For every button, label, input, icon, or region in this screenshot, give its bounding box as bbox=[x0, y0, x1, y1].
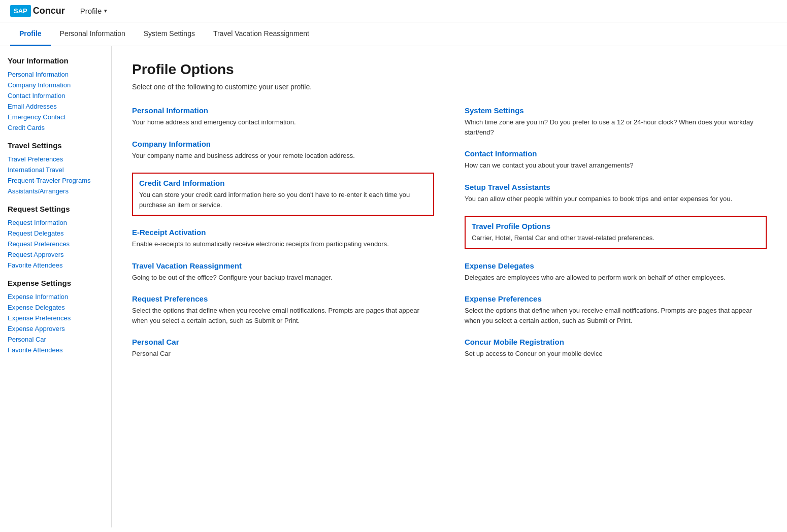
tab-system-settings[interactable]: System Settings bbox=[135, 22, 204, 46]
sidebar-link-assistants-arrangers[interactable]: Assistants/Arrangers bbox=[8, 186, 104, 196]
sidebar-section-your-information: Your Information bbox=[8, 56, 104, 65]
nav-tabs: Profile Personal Information System Sett… bbox=[0, 22, 787, 46]
sidebar-link-frequent-traveler-programs[interactable]: Frequent-Traveler Programs bbox=[8, 175, 104, 186]
option-personal-information: Personal Information Your home address a… bbox=[132, 106, 434, 127]
option-title-setup-travel-assistants[interactable]: Setup Travel Assistants bbox=[465, 183, 767, 191]
option-title-system-settings[interactable]: System Settings bbox=[465, 106, 767, 115]
option-desc-expense-preferences: Select the options that define when you … bbox=[465, 306, 767, 325]
sidebar-section-request-settings: Request Settings bbox=[8, 205, 104, 213]
option-title-personal-information[interactable]: Personal Information bbox=[132, 106, 434, 115]
logo-area: SAP Concur bbox=[10, 5, 65, 17]
sidebar-link-request-delegates[interactable]: Request Delegates bbox=[8, 228, 104, 239]
sidebar-link-favorite-attendees-expense[interactable]: Favorite Attendees bbox=[8, 345, 104, 355]
sidebar-link-emergency-contact[interactable]: Emergency Contact bbox=[8, 112, 104, 122]
profile-menu-label: Profile bbox=[80, 7, 102, 15]
sidebar-link-expense-information[interactable]: Expense Information bbox=[8, 291, 104, 302]
option-desc-setup-travel-assistants: You can allow other people within your c… bbox=[465, 194, 767, 204]
option-title-request-preferences[interactable]: Request Preferences bbox=[132, 294, 434, 303]
sidebar-section-expense-settings: Expense Settings bbox=[8, 279, 104, 287]
option-personal-car: Personal Car Personal Car bbox=[132, 338, 434, 359]
option-desc-personal-information: Your home address and emergency contact … bbox=[132, 117, 434, 127]
option-title-company-information[interactable]: Company Information bbox=[132, 140, 434, 148]
option-title-credit-card-information[interactable]: Credit Card Information bbox=[139, 179, 427, 187]
option-desc-concur-mobile-registration: Set up access to Concur on your mobile d… bbox=[465, 349, 767, 359]
content-area: Profile Options Select one of the follow… bbox=[112, 46, 787, 527]
option-title-expense-preferences[interactable]: Expense Preferences bbox=[465, 294, 767, 303]
option-desc-e-receipt-activation: Enable e-receipts to automatically recei… bbox=[132, 239, 434, 249]
sidebar-link-international-travel[interactable]: International Travel bbox=[8, 164, 104, 175]
sap-logo: SAP bbox=[10, 5, 31, 17]
top-header: SAP Concur Profile ▾ bbox=[0, 0, 787, 22]
concur-text: Concur bbox=[33, 6, 65, 16]
sidebar-link-expense-approvers[interactable]: Expense Approvers bbox=[8, 323, 104, 334]
option-e-receipt-activation: E-Receipt Activation Enable e-receipts t… bbox=[132, 228, 434, 249]
option-concur-mobile-registration: Concur Mobile Registration Set up access… bbox=[465, 338, 767, 359]
tab-personal-information[interactable]: Personal Information bbox=[51, 22, 135, 46]
option-desc-request-preferences: Select the options that define when you … bbox=[132, 306, 434, 325]
option-title-personal-car[interactable]: Personal Car bbox=[132, 338, 434, 346]
option-desc-credit-card-information: You can store your credit card informati… bbox=[139, 190, 427, 210]
option-credit-card-information: Credit Card Information You can store yo… bbox=[132, 173, 434, 216]
sidebar-link-expense-preferences[interactable]: Expense Preferences bbox=[8, 313, 104, 323]
sidebar-link-credit-cards[interactable]: Credit Cards bbox=[8, 122, 104, 133]
option-title-contact-information[interactable]: Contact Information bbox=[465, 149, 767, 158]
profile-menu[interactable]: Profile ▾ bbox=[80, 7, 108, 15]
option-travel-profile-options: Travel Profile Options Carrier, Hotel, R… bbox=[465, 216, 767, 249]
option-title-expense-delegates[interactable]: Expense Delegates bbox=[465, 261, 767, 270]
option-desc-personal-car: Personal Car bbox=[132, 349, 434, 359]
option-title-e-receipt-activation[interactable]: E-Receipt Activation bbox=[132, 228, 434, 237]
option-desc-expense-delegates: Delegates are employees who are allowed … bbox=[465, 273, 767, 283]
option-title-travel-profile-options[interactable]: Travel Profile Options bbox=[472, 222, 760, 230]
sidebar-link-contact-information[interactable]: Contact Information bbox=[8, 90, 104, 101]
main-layout: Your Information Personal Information Co… bbox=[0, 46, 787, 527]
option-system-settings: System Settings Which time zone are you … bbox=[465, 106, 767, 137]
option-expense-preferences: Expense Preferences Select the options t… bbox=[465, 294, 767, 325]
options-grid: Personal Information Your home address a… bbox=[132, 106, 767, 371]
option-expense-delegates: Expense Delegates Delegates are employee… bbox=[465, 261, 767, 283]
sidebar-link-travel-preferences[interactable]: Travel Preferences bbox=[8, 154, 104, 164]
sidebar: Your Information Personal Information Co… bbox=[0, 46, 112, 527]
sidebar-link-favorite-attendees-request[interactable]: Favorite Attendees bbox=[8, 260, 104, 271]
option-request-preferences: Request Preferences Select the options t… bbox=[132, 294, 434, 325]
tab-profile[interactable]: Profile bbox=[10, 22, 51, 46]
option-desc-travel-vacation-reassignment: Going to be out of the office? Configure… bbox=[132, 273, 434, 283]
sidebar-link-personal-information[interactable]: Personal Information bbox=[8, 69, 104, 80]
option-desc-company-information: Your company name and business address o… bbox=[132, 151, 434, 161]
option-title-concur-mobile-registration[interactable]: Concur Mobile Registration bbox=[465, 338, 767, 346]
option-contact-information: Contact Information How can we contact y… bbox=[465, 149, 767, 171]
chevron-down-icon: ▾ bbox=[104, 8, 107, 14]
option-setup-travel-assistants: Setup Travel Assistants You can allow ot… bbox=[465, 183, 767, 204]
sidebar-link-personal-car[interactable]: Personal Car bbox=[8, 334, 104, 345]
sidebar-link-expense-delegates[interactable]: Expense Delegates bbox=[8, 302, 104, 313]
option-travel-vacation-reassignment: Travel Vacation Reassignment Going to be… bbox=[132, 261, 434, 283]
right-column: System Settings Which time zone are you … bbox=[465, 106, 767, 371]
sidebar-link-request-approvers[interactable]: Request Approvers bbox=[8, 249, 104, 260]
option-desc-contact-information: How can we contact you about your travel… bbox=[465, 160, 767, 171]
option-desc-system-settings: Which time zone are you in? Do you prefe… bbox=[465, 117, 767, 137]
sidebar-section-travel-settings: Travel Settings bbox=[8, 141, 104, 150]
page-subtitle: Select one of the following to customize… bbox=[132, 83, 767, 91]
tab-travel-vacation-reassignment[interactable]: Travel Vacation Reassignment bbox=[204, 22, 318, 46]
option-company-information: Company Information Your company name an… bbox=[132, 140, 434, 161]
option-desc-travel-profile-options: Carrier, Hotel, Rental Car and other tra… bbox=[472, 233, 760, 243]
option-title-travel-vacation-reassignment[interactable]: Travel Vacation Reassignment bbox=[132, 261, 434, 270]
left-column: Personal Information Your home address a… bbox=[132, 106, 434, 371]
sidebar-link-company-information[interactable]: Company Information bbox=[8, 80, 104, 90]
sidebar-link-request-preferences[interactable]: Request Preferences bbox=[8, 239, 104, 249]
sidebar-link-email-addresses[interactable]: Email Addresses bbox=[8, 101, 104, 112]
sidebar-link-request-information[interactable]: Request Information bbox=[8, 217, 104, 228]
page-title: Profile Options bbox=[132, 61, 767, 78]
